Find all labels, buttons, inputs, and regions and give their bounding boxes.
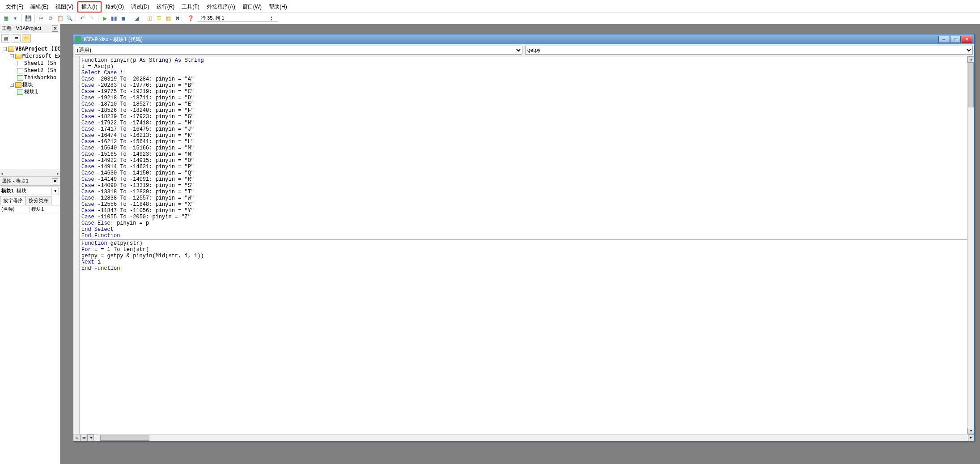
find-icon[interactable]: 🔍 [65,14,73,22]
menu-debug[interactable]: 调试(D) [128,2,153,12]
save-module-icon[interactable]: 💾 [24,14,32,22]
menu-bar: 文件(F) 编辑(E) 视图(V) 插入(I) 格式(O) 调试(D) 运行(R… [0,2,980,13]
code-window: ICD-9.xlsx - 模块1 (代码) ─ ▢ ✕ (通用) getpy F… [73,34,975,442]
property-name-key: (名称) [0,205,30,213]
project-tree[interactable]: -VBAProject (IC -Microsoft Exc Sheet1 (S… [0,44,60,170]
cut-icon[interactable]: ✂ [37,14,45,22]
help-icon[interactable]: ❓ [187,14,195,22]
view-excel-icon[interactable]: ▦ [2,14,10,22]
code-window-title: ICD-9.xlsx - 模块1 (代码) [84,36,143,43]
copy-icon[interactable]: ⧉ [47,14,55,22]
properties-tab-alpha[interactable]: 按字母序 [0,196,26,205]
paste-icon[interactable]: 📋 [56,14,64,22]
menu-tools[interactable]: 工具(T) [178,2,202,12]
properties-grid[interactable]: (名称) 模块1 [0,205,60,464]
toolbar: ▦ ▾ 💾 ✂ ⧉ 📋 🔍 ↶ ↷ ▶ ▮▮ ◼ ◢ ◫ ☰ ▦ ✖ ❓ ▴▾ [0,13,980,24]
properties-pane-label: 属性 - 模块1 [2,178,29,184]
toolbox-icon[interactable]: ✖ [174,14,182,22]
code-vertical-scrollbar[interactable]: ▴ ▾ [967,56,974,434]
code-window-titlebar[interactable]: ICD-9.xlsx - 模块1 (代码) ─ ▢ ✕ [73,34,974,44]
properties-object-selector[interactable]: 模块1 模块 ▾ [1,187,59,195]
code-editor[interactable]: Function pinyin(p As String) As String i… [80,56,967,434]
menu-edit[interactable]: 编辑(E) [27,2,51,12]
properties-pane-title: 属性 - 模块1 ✕ [0,177,60,186]
toggle-folders-icon[interactable]: 📁 [22,34,31,43]
menu-view[interactable]: 视图(V) [52,2,76,12]
menu-format[interactable]: 格式(O) [102,2,127,12]
menu-addins[interactable]: 外接程序(A) [204,2,238,12]
menu-insert[interactable]: 插入(I) [77,1,101,13]
code-horizontal-scrollbar[interactable]: ≡ ☰ ◂ ▸ [73,434,974,441]
code-margin[interactable] [73,56,80,434]
project-hscroll[interactable]: ◂▸ [0,170,60,177]
chevron-down-icon[interactable]: ▾ [51,187,59,194]
properties-pane-close-icon[interactable]: ✕ [52,178,58,184]
close-button[interactable]: ✕ [962,36,972,43]
redo-icon[interactable]: ↷ [88,14,96,22]
object-dropdown[interactable]: (通用) [75,46,522,55]
view-code-icon[interactable]: ▤ [1,34,10,43]
procedure-dropdown[interactable]: getpy [525,46,973,55]
properties-icon[interactable]: ☰ [155,14,163,22]
break-icon[interactable]: ▮▮ [110,14,118,22]
save-icon[interactable]: ▾ [11,14,19,22]
property-name-value[interactable]: 模块1 [30,205,45,213]
procedure-view-icon[interactable]: ≡ [73,434,81,441]
menu-help[interactable]: 帮助(H) [266,2,290,12]
properties-tab-category[interactable]: 按分类序 [25,196,51,205]
mdi-client-area: ICD-9.xlsx - 模块1 (代码) ─ ▢ ✕ (通用) getpy F… [60,24,980,464]
design-mode-icon[interactable]: ◢ [132,14,140,22]
cursor-position-box: ▴▾ [198,15,278,22]
run-icon[interactable]: ▶ [101,14,109,22]
menu-run[interactable]: 运行(R) [153,2,178,12]
cursor-position-input[interactable] [200,15,271,21]
menu-file[interactable]: 文件(F) [3,2,26,12]
object-browser-icon[interactable]: ▦ [164,14,172,22]
menu-window[interactable]: 窗口(W) [239,2,265,12]
full-module-view-icon[interactable]: ☰ [81,434,88,441]
view-object-icon[interactable]: ☰ [12,34,21,43]
project-explorer-icon[interactable]: ◫ [145,14,153,22]
project-pane-label: 工程 - VBAProject [2,25,41,32]
code-window-icon [75,36,81,43]
reset-icon[interactable]: ◼ [119,14,127,22]
project-pane-close-icon[interactable]: ✕ [52,26,58,32]
minimize-button[interactable]: ─ [938,36,949,43]
undo-icon[interactable]: ↶ [78,14,86,22]
maximize-button[interactable]: ▢ [950,36,961,43]
project-pane-title: 工程 - VBAProject ✕ [0,24,60,33]
